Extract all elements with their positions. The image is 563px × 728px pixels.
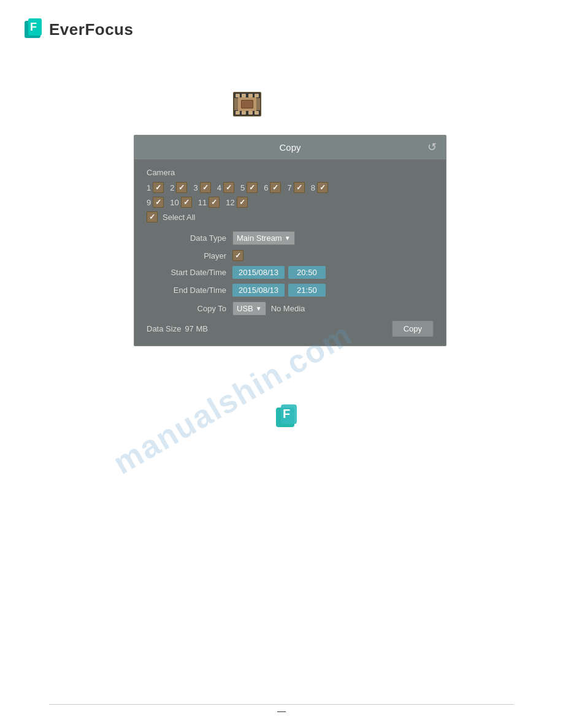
- copy-button[interactable]: Copy: [392, 320, 434, 337]
- cam-num-7: 7: [287, 183, 291, 192]
- film-holes-top: [234, 94, 260, 97]
- select-all-row: Select All: [147, 211, 434, 222]
- cam-num-6: 6: [264, 183, 268, 192]
- cam-item-12: 12: [226, 197, 247, 208]
- cam-num-5: 5: [240, 183, 245, 192]
- dropdown-arrow-icon: ▼: [285, 235, 291, 241]
- select-all-label: Select All: [163, 213, 195, 222]
- cam-checkbox-8[interactable]: [317, 182, 328, 193]
- film-icon: [233, 92, 261, 116]
- cam-item-10: 10: [170, 197, 191, 208]
- cam-num-2: 2: [170, 183, 174, 192]
- copy-dialog: Copy ↺ Camera 1 2 3 4: [134, 135, 446, 346]
- cam-num-4: 4: [217, 183, 221, 192]
- cam-checkbox-3[interactable]: [200, 182, 211, 193]
- end-date-field[interactable]: 2015/08/13: [232, 284, 285, 297]
- data-type-label: Data Type: [147, 233, 226, 243]
- dialog-title: Copy: [155, 142, 425, 153]
- copy-to-value: USB: [237, 304, 253, 313]
- film-hole: [255, 111, 259, 115]
- cam-num-3: 3: [193, 183, 197, 192]
- data-size-value: 97 MB: [185, 324, 208, 333]
- end-time-value: 21:50: [297, 286, 317, 295]
- cam-checkbox-9[interactable]: [153, 197, 164, 208]
- page-number: —: [277, 706, 286, 716]
- player-label: Player: [147, 251, 226, 260]
- back-button[interactable]: ↺: [425, 140, 439, 154]
- data-type-row: Data Type Main Stream ▼: [147, 231, 434, 245]
- player-checkbox[interactable]: [232, 250, 243, 261]
- start-datetime-label: Start Date/Time: [147, 268, 226, 277]
- cam-item-6: 6: [264, 182, 281, 193]
- cam-checkbox-1[interactable]: [153, 182, 164, 193]
- film-hole: [236, 94, 240, 97]
- cam-checkbox-2[interactable]: [176, 182, 187, 193]
- no-media-label: No Media: [271, 304, 305, 313]
- cam-item-9: 9: [147, 197, 164, 208]
- everfocus-logo-icon: F: [25, 18, 47, 40]
- cam-num-11: 11: [198, 198, 207, 207]
- data-size-area: Data Size 97 MB: [147, 324, 208, 333]
- svg-text:F: F: [30, 21, 37, 33]
- film-hole: [236, 111, 240, 115]
- data-type-dropdown[interactable]: Main Stream ▼: [232, 231, 295, 245]
- end-time-field[interactable]: 21:50: [288, 284, 326, 297]
- dialog-title-bar: Copy ↺: [134, 135, 446, 159]
- bottom-row: Data Size 97 MB Copy: [147, 320, 434, 337]
- copy-to-dropdown[interactable]: USB ▼: [232, 301, 266, 316]
- start-date-field[interactable]: 2015/08/13: [232, 266, 285, 279]
- film-hole: [248, 111, 253, 115]
- start-datetime-row: Start Date/Time 2015/08/13 20:50: [147, 266, 434, 279]
- cam-checkbox-4[interactable]: [223, 182, 234, 193]
- cam-item-5: 5: [240, 182, 258, 193]
- cam-checkbox-6[interactable]: [270, 182, 281, 193]
- start-time-field[interactable]: 20:50: [288, 266, 326, 279]
- cam-checkbox-12[interactable]: [237, 197, 248, 208]
- cam-checkbox-10[interactable]: [181, 197, 192, 208]
- cam-checkbox-7[interactable]: [294, 182, 305, 193]
- svg-text:F: F: [283, 407, 290, 420]
- cam-item-8: 8: [311, 182, 328, 193]
- cam-item-7: 7: [287, 182, 304, 193]
- end-datetime-label: End Date/Time: [147, 286, 226, 295]
- cam-num-10: 10: [170, 198, 178, 207]
- film-hole: [242, 94, 246, 97]
- bottom-logo-icon: F: [276, 404, 302, 430]
- cam-item-1: 1: [147, 182, 164, 193]
- dialog-body: Camera 1 2 3 4 5 6: [134, 159, 446, 346]
- camera-row-2: 9 10 11 12: [147, 197, 434, 208]
- camera-label: Camera: [147, 168, 434, 177]
- cam-num-9: 9: [147, 198, 151, 207]
- divider-line: [49, 704, 514, 705]
- select-all-checkbox[interactable]: [147, 211, 158, 222]
- start-time-value: 20:50: [297, 268, 317, 277]
- cam-item-11: 11: [198, 197, 220, 208]
- bottom-everfocus-logo: F: [276, 404, 302, 433]
- film-holes-bottom: [234, 111, 260, 115]
- logo-text: EverFocus: [49, 20, 133, 39]
- end-date-value: 2015/08/13: [239, 286, 278, 295]
- cam-num-12: 12: [226, 198, 234, 207]
- copy-to-dropdown-arrow-icon: ▼: [256, 305, 262, 312]
- data-type-value: Main Stream: [237, 233, 282, 243]
- cam-num-8: 8: [311, 183, 315, 192]
- cam-item-3: 3: [193, 182, 210, 193]
- data-size-label: Data Size: [147, 324, 181, 333]
- cam-checkbox-11[interactable]: [209, 197, 220, 208]
- film-hole: [255, 94, 259, 97]
- header-logo: F EverFocus: [25, 18, 133, 40]
- film-icon-area: [233, 92, 261, 116]
- camera-row-1: 1 2 3 4 5 6 7: [147, 182, 434, 193]
- film-hole: [248, 94, 253, 97]
- end-datetime-row: End Date/Time 2015/08/13 21:50: [147, 284, 434, 297]
- copy-to-label: Copy To: [147, 304, 226, 313]
- cam-checkbox-5[interactable]: [247, 182, 258, 193]
- player-row: Player: [147, 250, 434, 261]
- copy-to-row: Copy To USB ▼ No Media: [147, 301, 434, 316]
- film-hole: [242, 111, 246, 115]
- start-date-value: 2015/08/13: [239, 268, 278, 277]
- cam-item-4: 4: [217, 182, 234, 193]
- cam-item-2: 2: [170, 182, 187, 193]
- cam-num-1: 1: [147, 183, 151, 192]
